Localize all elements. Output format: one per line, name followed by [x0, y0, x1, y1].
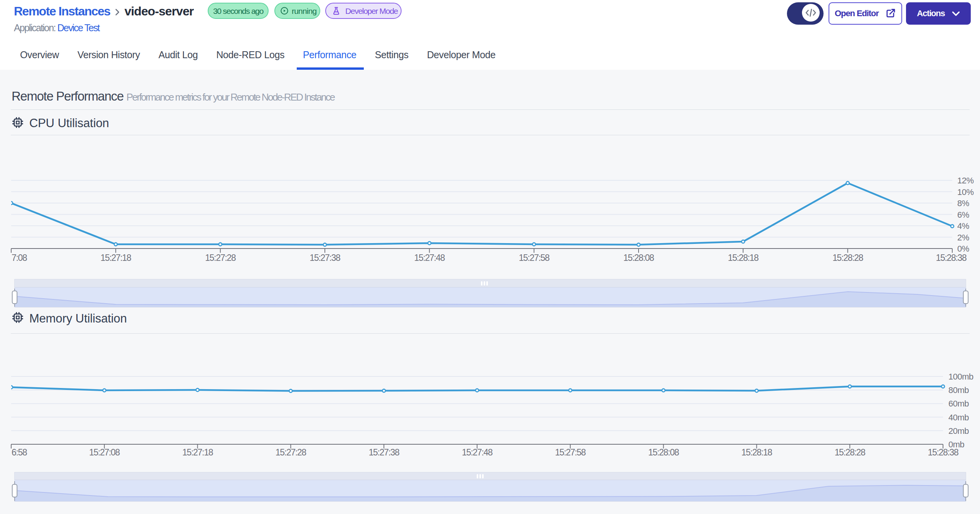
svg-text:15:27:08: 15:27:08: [89, 447, 120, 457]
svg-text:15:27:28: 15:27:28: [276, 447, 306, 457]
svg-text:100mb: 100mb: [948, 372, 973, 381]
svg-text:10%: 10%: [957, 187, 974, 197]
svg-text:12%: 12%: [957, 176, 974, 185]
svg-text:15:28:38: 15:28:38: [928, 447, 958, 457]
svg-text:15:27:48: 15:27:48: [462, 447, 493, 457]
svg-text:4%: 4%: [957, 221, 969, 231]
svg-text:15:28:08: 15:28:08: [623, 253, 654, 263]
svg-text:0%: 0%: [957, 244, 969, 254]
svg-text:15:28:18: 15:28:18: [728, 253, 759, 263]
svg-text:15:27:38: 15:27:38: [369, 447, 400, 457]
svg-text:20mb: 20mb: [948, 426, 969, 436]
svg-text:15:28:38: 15:28:38: [936, 253, 967, 263]
svg-text:8%: 8%: [957, 198, 969, 208]
svg-text:15:27:28: 15:27:28: [205, 253, 236, 263]
svg-text:15:27:48: 15:27:48: [414, 253, 445, 263]
svg-text:15:28:28: 15:28:28: [835, 447, 866, 457]
svg-text:15:27:18: 15:27:18: [182, 447, 213, 457]
svg-text:40mb: 40mb: [948, 413, 969, 422]
svg-text:7:08: 7:08: [12, 253, 27, 263]
svg-text:6:58: 6:58: [12, 447, 27, 457]
svg-text:15:27:38: 15:27:38: [309, 253, 340, 263]
svg-text:80mb: 80mb: [948, 385, 969, 395]
svg-text:15:27:18: 15:27:18: [101, 253, 131, 263]
svg-text:15:27:58: 15:27:58: [555, 447, 586, 457]
svg-text:6%: 6%: [957, 210, 969, 220]
svg-text:2%: 2%: [957, 233, 969, 242]
svg-text:60mb: 60mb: [948, 399, 969, 408]
svg-text:15:28:28: 15:28:28: [832, 253, 863, 263]
svg-text:15:28:08: 15:28:08: [648, 447, 679, 457]
svg-text:15:28:18: 15:28:18: [741, 447, 772, 457]
svg-text:15:27:58: 15:27:58: [519, 253, 550, 263]
